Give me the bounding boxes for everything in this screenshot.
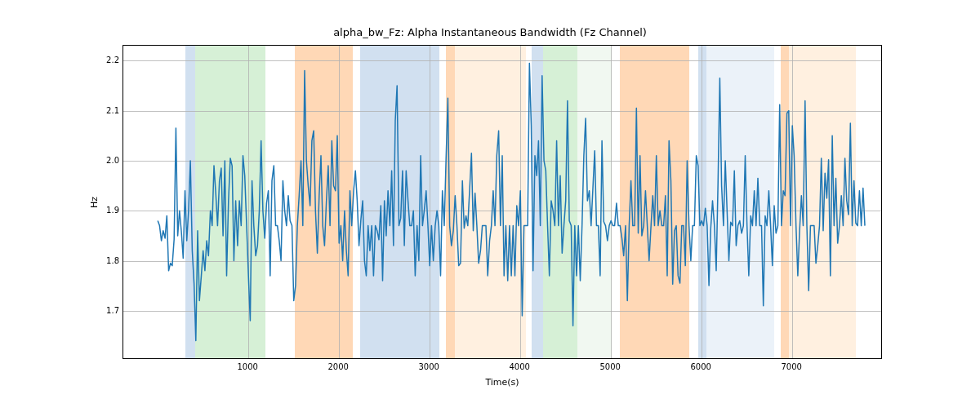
x-axis-label: Time(s) xyxy=(122,377,882,388)
chart-title: alpha_bw_Fz: Alpha Instantaneous Bandwid… xyxy=(0,26,980,38)
xtick-label: 1000 xyxy=(237,362,257,371)
xtick-label: 3000 xyxy=(418,362,439,371)
y-axis-label: Hz xyxy=(88,45,100,359)
ytick-label: 1.7 xyxy=(98,305,119,314)
ytick-label: 1.9 xyxy=(98,206,119,215)
xtick-label: 7000 xyxy=(781,362,801,371)
xtick-label: 5000 xyxy=(599,362,620,371)
xtick-label: 6000 xyxy=(690,362,710,371)
series-line xyxy=(123,46,881,358)
ytick-label: 2.0 xyxy=(98,155,119,164)
xtick-label: 4000 xyxy=(509,362,529,371)
ytick-label: 2.1 xyxy=(98,105,119,114)
figure: alpha_bw_Fz: Alpha Instantaneous Bandwid… xyxy=(0,0,980,408)
plot-axes xyxy=(122,45,882,359)
ytick-label: 1.8 xyxy=(98,255,119,264)
xtick-label: 2000 xyxy=(327,362,348,371)
ytick-label: 2.2 xyxy=(98,55,119,64)
